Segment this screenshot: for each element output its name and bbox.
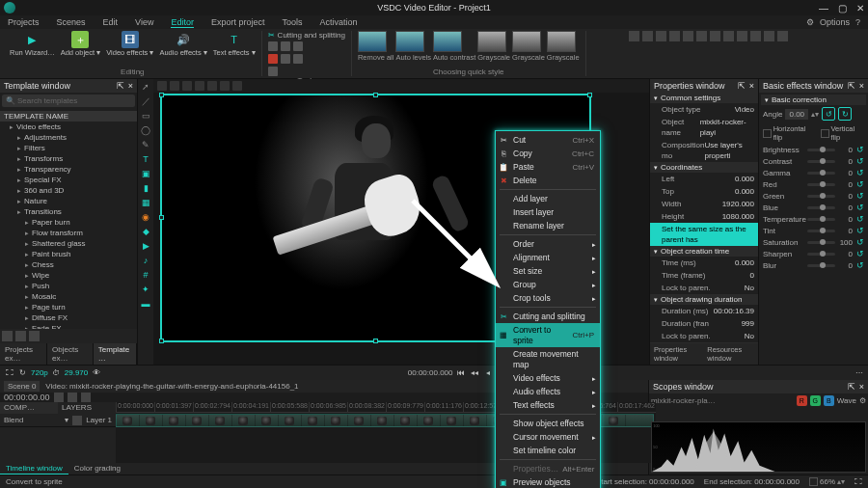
audio-effects-button[interactable]: 🔊Audio effects ▾ xyxy=(159,31,206,57)
tree-item[interactable]: Filters xyxy=(0,143,137,153)
template-tree[interactable]: TEMPLATE NAME Video effects Adjustments … xyxy=(0,109,137,329)
ctx-video-effects[interactable]: Video effects xyxy=(496,371,600,385)
eff-value[interactable]: 0 xyxy=(839,192,853,201)
options-link[interactable]: Options xyxy=(820,17,850,27)
reset-icon[interactable]: ↺ xyxy=(856,191,864,201)
tab-properties[interactable]: Properties window xyxy=(650,343,703,365)
misc-icon[interactable]: ⋯ xyxy=(854,367,864,378)
sec-coordinates[interactable]: Coordinates xyxy=(650,162,758,173)
menu-edit[interactable]: Edit xyxy=(103,17,119,27)
vp-tool[interactable] xyxy=(170,81,179,91)
menu-export[interactable]: Export project xyxy=(211,17,265,27)
tl-tool-icon[interactable] xyxy=(81,393,91,402)
scope-mode[interactable]: Wave xyxy=(837,396,856,405)
angle-stepper-icon[interactable]: ▴▾ xyxy=(811,110,819,119)
tree-item[interactable]: Push xyxy=(0,281,137,291)
step-back-icon[interactable]: ◂◂ xyxy=(470,367,480,378)
template-search[interactable]: Search templates xyxy=(2,95,135,107)
tree-item[interactable]: Special FX xyxy=(0,175,137,185)
eff-value[interactable]: 100 xyxy=(839,238,853,247)
eff-value[interactable]: 0 xyxy=(839,261,853,270)
qs-auto-contrast[interactable] xyxy=(433,31,462,52)
ctx-order[interactable]: Order xyxy=(496,237,600,251)
tree-item[interactable]: Transforms xyxy=(0,153,137,164)
ctx-group[interactable]: Group xyxy=(496,278,600,291)
eff-slider[interactable] xyxy=(807,195,835,198)
tree-item[interactable]: 360 and 3D xyxy=(0,185,137,196)
video-icon[interactable]: ▶ xyxy=(140,240,151,252)
ctx-cut[interactable]: ✂CutCtrl+X xyxy=(496,133,600,147)
sec-basic-correction[interactable]: Basic correction xyxy=(761,95,866,105)
maximize-button[interactable]: ▢ xyxy=(838,3,847,14)
qs-remove-all[interactable] xyxy=(358,31,387,52)
reset-icon[interactable]: ↺ xyxy=(856,168,864,177)
misc-icon[interactable] xyxy=(723,31,734,41)
reset-icon[interactable]: ↺ xyxy=(856,249,864,258)
misc-icon[interactable] xyxy=(642,31,653,41)
tree-item[interactable]: Page turn xyxy=(0,302,137,312)
scope-source[interactable]: mixkit-rocker-pla… xyxy=(651,396,794,405)
misc-icon[interactable] xyxy=(777,31,788,41)
misc-icon[interactable] xyxy=(696,31,707,41)
tab-comp[interactable]: COMP… xyxy=(0,402,58,414)
eff-slider[interactable] xyxy=(807,230,835,232)
subtitle-icon[interactable]: ▬ xyxy=(140,298,151,310)
animate-icon[interactable]: ✦ xyxy=(140,284,151,295)
eff-slider[interactable] xyxy=(807,160,835,163)
close-panel-icon[interactable]: × xyxy=(749,81,754,91)
cutting-splitting-label[interactable]: Cutting and splitting xyxy=(278,31,345,40)
goto-start-icon[interactable]: ⏮ xyxy=(456,367,467,378)
eff-slider[interactable] xyxy=(807,172,835,175)
reset-icon[interactable]: ↺ xyxy=(856,226,864,235)
text-effects-button[interactable]: TText effects ▾ xyxy=(213,31,256,57)
vp-tool[interactable] xyxy=(220,81,230,91)
pin-icon[interactable]: ⇱ xyxy=(848,81,855,91)
pin-icon[interactable]: ⇱ xyxy=(738,81,746,91)
tpl-btn[interactable] xyxy=(2,331,13,341)
eff-value[interactable]: 0 xyxy=(839,180,853,189)
qs-auto-levels[interactable] xyxy=(395,31,424,52)
eff-slider[interactable] xyxy=(807,149,835,151)
tree-item[interactable]: Wipe xyxy=(0,270,137,281)
zoom-stepper-icon[interactable]: ▴▾ xyxy=(837,477,845,486)
menu-tools[interactable]: Tools xyxy=(282,17,302,27)
image-icon[interactable]: ▦ xyxy=(140,197,151,208)
cursor-icon[interactable]: ➚ xyxy=(140,81,151,93)
ctx-text-effects[interactable]: Text effects xyxy=(496,398,600,412)
eff-slider[interactable] xyxy=(807,253,835,256)
tree-item[interactable]: Adjustments xyxy=(0,132,137,143)
close-panel-icon[interactable]: × xyxy=(859,81,864,91)
ctx-properties[interactable]: Properties…Alt+Enter xyxy=(496,462,600,475)
reset-icon[interactable]: ↺ xyxy=(856,214,864,224)
eff-value[interactable]: 0 xyxy=(839,157,853,166)
sec-drawing-duration[interactable]: Object drawing duration xyxy=(650,294,758,305)
reset-icon[interactable]: ↺ xyxy=(856,179,864,189)
qs-grayscale-3[interactable] xyxy=(547,31,576,52)
misc-icon[interactable] xyxy=(750,31,761,41)
scene-chip[interactable]: Scene 0 xyxy=(4,381,40,392)
person-icon[interactable]: ◉ xyxy=(140,211,151,223)
scope-b-chip[interactable]: B xyxy=(824,395,834,406)
ctx-rename-layer[interactable]: Rename layer xyxy=(496,219,600,232)
close-panel-icon[interactable]: × xyxy=(128,81,133,91)
tab-layers[interactable]: LAYERS xyxy=(58,402,116,414)
ctx-show-effects[interactable]: Show object effects xyxy=(496,417,600,430)
frame-rate[interactable]: 29.970 xyxy=(65,368,88,377)
audio-icon[interactable]: ♪ xyxy=(140,255,151,266)
eff-value[interactable]: 0 xyxy=(839,169,853,177)
sec-creation-time[interactable]: Object creation time xyxy=(650,246,758,257)
run-wizard-button[interactable]: ▶Run Wizard… xyxy=(10,31,55,57)
tool-small-icons[interactable] xyxy=(268,41,311,76)
eff-slider[interactable] xyxy=(807,183,835,186)
vp-tool[interactable] xyxy=(232,81,242,91)
angle-value[interactable]: 0.00 xyxy=(785,109,808,120)
video-effects-button[interactable]: 🎞Video effects ▾ xyxy=(106,31,153,57)
fit-icon[interactable]: ⛶ xyxy=(854,477,862,486)
ctx-create-movement[interactable]: Create movement map xyxy=(496,347,600,371)
misc-icon[interactable] xyxy=(669,31,680,41)
pen-icon[interactable]: ✎ xyxy=(140,139,151,150)
tree-item[interactable]: Nature xyxy=(0,196,137,206)
ctx-add-layer[interactable]: Add layer xyxy=(496,192,600,205)
menu-activation[interactable]: Activation xyxy=(319,17,357,27)
tab-timeline[interactable]: Timeline window xyxy=(0,463,68,474)
